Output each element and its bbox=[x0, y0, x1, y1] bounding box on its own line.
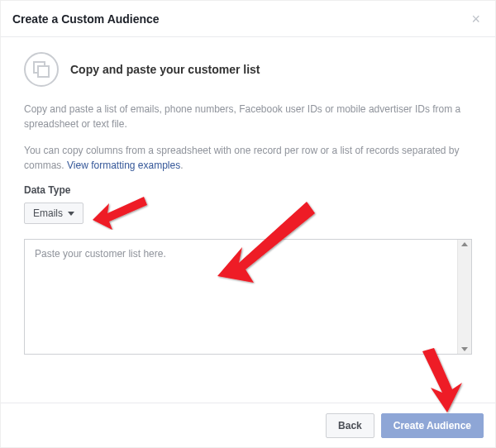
back-button[interactable]: Back bbox=[326, 413, 374, 438]
dialog-title: Create a Custom Audience bbox=[12, 12, 160, 26]
data-type-label: Data Type bbox=[24, 184, 472, 196]
section-heading: Copy and paste your customer list bbox=[70, 63, 260, 76]
section-heading-row: Copy and paste your customer list bbox=[24, 52, 472, 87]
chevron-down-icon bbox=[68, 212, 74, 216]
description-2: You can copy columns from a spreadsheet … bbox=[24, 143, 472, 173]
data-type-dropdown[interactable]: Emails bbox=[24, 203, 83, 224]
copy-paste-icon bbox=[24, 52, 59, 87]
textarea-scrollbar[interactable] bbox=[457, 240, 471, 354]
customer-list-field bbox=[24, 239, 472, 355]
create-audience-button[interactable]: Create Audience bbox=[381, 413, 484, 438]
view-formatting-examples-link[interactable]: View formatting examples bbox=[67, 160, 180, 171]
create-custom-audience-dialog: Create a Custom Audience × Copy and past… bbox=[0, 0, 496, 448]
dialog-content: Copy and paste your customer list Copy a… bbox=[1, 37, 495, 355]
description-2-suffix: . bbox=[180, 160, 183, 171]
close-icon[interactable]: × bbox=[468, 8, 484, 30]
scroll-down-icon bbox=[461, 347, 468, 351]
description-1: Copy and paste a list of emails, phone n… bbox=[24, 102, 472, 131]
data-type-value: Emails bbox=[33, 207, 63, 219]
dialog-footer: Back Create Audience bbox=[1, 403, 495, 447]
customer-list-textarea[interactable] bbox=[25, 240, 471, 354]
svg-rect-1 bbox=[38, 66, 49, 77]
dialog-titlebar: Create a Custom Audience × bbox=[1, 1, 495, 37]
scroll-up-icon bbox=[461, 242, 468, 246]
